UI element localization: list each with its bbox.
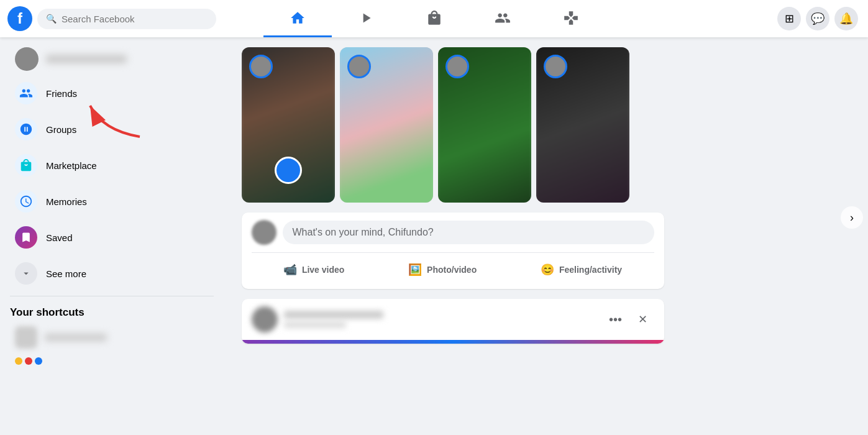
left-sidebar: Friends Groups Marketplace Memories bbox=[0, 37, 224, 435]
notifications-button[interactable]: 🔔 bbox=[834, 7, 858, 30]
messenger-button[interactable]: 💬 bbox=[806, 7, 829, 30]
sidebar-item-groups[interactable]: Groups bbox=[5, 112, 219, 147]
groups-icon bbox=[15, 118, 37, 140]
photo-video-label: Photo/video bbox=[427, 265, 477, 275]
saved-icon bbox=[15, 226, 37, 249]
story-card-1[interactable] bbox=[242, 47, 335, 203]
nav-center bbox=[224, 0, 644, 37]
feed-post-1: ••• ✕ bbox=[242, 299, 664, 344]
groups-label: Groups bbox=[46, 124, 76, 135]
facebook-logo[interactable]: f bbox=[7, 6, 32, 31]
marketplace-icon bbox=[15, 154, 37, 176]
photo-video-button[interactable]: 🖼️ Photo/video bbox=[398, 258, 487, 282]
memories-icon bbox=[15, 190, 37, 213]
search-input[interactable] bbox=[62, 14, 186, 24]
sidebar-user-profile[interactable] bbox=[5, 44, 219, 75]
story-card-3[interactable] bbox=[438, 47, 531, 203]
page-body: Friends Groups Marketplace Memories bbox=[0, 37, 868, 435]
main-feed: › What's on your mind, Chifundo? 📹 Live … bbox=[224, 37, 682, 435]
create-post-box: What's on your mind, Chifundo? 📹 Live vi… bbox=[242, 213, 664, 289]
shortcuts-heading: Your shortcuts bbox=[0, 301, 224, 321]
dot-yellow bbox=[15, 357, 22, 365]
feed-column: › What's on your mind, Chifundo? 📹 Live … bbox=[242, 47, 664, 425]
feed-post-actions: ••• ✕ bbox=[605, 308, 654, 331]
friends-icon bbox=[15, 82, 37, 104]
shortcut-name-1 bbox=[45, 334, 107, 341]
right-sidebar bbox=[682, 37, 868, 435]
user-name-blurred bbox=[46, 55, 127, 63]
live-video-label: Live video bbox=[302, 265, 344, 275]
feeling-label: Feeling/activity bbox=[559, 265, 622, 275]
memories-label: Memories bbox=[46, 196, 87, 207]
feed-post-image bbox=[242, 340, 664, 344]
photo-video-icon: 🖼️ bbox=[408, 263, 422, 277]
saved-label: Saved bbox=[46, 232, 73, 243]
feeling-icon: 😊 bbox=[541, 263, 554, 277]
nav-home-button[interactable] bbox=[263, 0, 332, 37]
sidebar-item-memories[interactable]: Memories bbox=[5, 184, 219, 219]
story-avatar-4 bbox=[544, 55, 567, 78]
friends-label: Friends bbox=[46, 88, 77, 99]
post-input-field[interactable]: What's on your mind, Chifundo? bbox=[283, 221, 654, 244]
search-icon: 🔍 bbox=[46, 14, 57, 24]
story-avatar-3 bbox=[445, 55, 469, 78]
nav-gaming-button[interactable] bbox=[537, 0, 605, 37]
nav-right: ⊞ 💬 🔔 bbox=[644, 7, 868, 30]
story-add-circle bbox=[275, 157, 302, 184]
nav-watch-button[interactable] bbox=[332, 0, 400, 37]
top-navigation: f 🔍 ⊞ 💬 🔔 bbox=[0, 0, 868, 37]
seemore-label: See more bbox=[46, 268, 86, 279]
live-video-button[interactable]: 📹 Live video bbox=[273, 258, 354, 282]
feed-post-avatar bbox=[252, 306, 278, 332]
color-dots bbox=[15, 357, 42, 365]
nav-left: f 🔍 bbox=[0, 6, 224, 31]
dot-blue bbox=[35, 357, 42, 365]
shortcut-avatar-1 bbox=[15, 326, 37, 349]
seemore-icon bbox=[15, 262, 37, 285]
feeling-activity-button[interactable]: 😊 Feeling/activity bbox=[531, 258, 632, 282]
sidebar-item-seemore[interactable]: See more bbox=[5, 256, 219, 291]
post-actions-row: 📹 Live video 🖼️ Photo/video 😊 Feeling/ac… bbox=[252, 252, 654, 282]
user-avatar bbox=[15, 47, 39, 71]
feed-post-info bbox=[284, 311, 598, 328]
search-bar-container[interactable]: 🔍 bbox=[37, 9, 216, 29]
dot-red bbox=[25, 357, 32, 365]
live-video-icon: 📹 bbox=[283, 263, 297, 277]
sidebar-divider bbox=[10, 296, 214, 296]
story-avatar-2 bbox=[347, 55, 371, 78]
marketplace-label: Marketplace bbox=[46, 160, 97, 171]
stories-row: › bbox=[242, 47, 664, 203]
feed-post-meta bbox=[284, 321, 346, 328]
shortcut-bottom bbox=[5, 354, 219, 369]
post-user-avatar bbox=[252, 220, 276, 245]
story-card-4[interactable] bbox=[536, 47, 629, 203]
story-avatar-1 bbox=[249, 55, 273, 78]
story-card-2[interactable] bbox=[340, 47, 433, 203]
shortcut-item-1[interactable] bbox=[5, 323, 219, 352]
nav-marketplace-button[interactable] bbox=[400, 0, 468, 37]
sidebar-item-marketplace[interactable]: Marketplace bbox=[5, 148, 219, 183]
post-input-row: What's on your mind, Chifundo? bbox=[252, 220, 654, 245]
sidebar-item-friends[interactable]: Friends bbox=[5, 76, 219, 111]
feed-post-header: ••• ✕ bbox=[242, 299, 664, 340]
menu-button[interactable]: ⊞ bbox=[777, 7, 801, 30]
sidebar-item-saved[interactable]: Saved bbox=[5, 220, 219, 255]
feed-post-name bbox=[284, 311, 383, 319]
nav-groups-button[interactable] bbox=[468, 0, 537, 37]
post-options-button[interactable]: ••• bbox=[605, 308, 627, 331]
post-close-button[interactable]: ✕ bbox=[632, 308, 654, 331]
